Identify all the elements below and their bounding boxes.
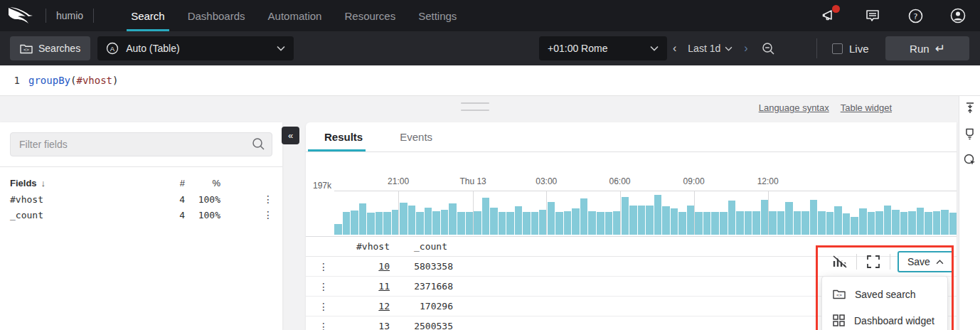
histogram-bar[interactable] (351, 211, 358, 235)
histogram-bar[interactable] (917, 208, 925, 235)
histogram-bar[interactable] (605, 212, 613, 235)
histogram-bar[interactable] (572, 208, 580, 235)
announcements-icon[interactable] (822, 8, 838, 23)
histogram-bar[interactable] (892, 210, 900, 235)
fullscreen-icon[interactable] (864, 252, 883, 271)
field-menu-kebab-icon[interactable]: ⋮ (263, 193, 273, 205)
searches-button[interactable]: <> Searches (10, 36, 90, 60)
save-button[interactable]: Save (898, 251, 954, 272)
histogram-bar[interactable] (654, 195, 662, 235)
histogram-bar[interactable] (703, 212, 711, 235)
histogram-bar[interactable] (359, 203, 367, 235)
histogram-bar[interactable] (810, 200, 818, 235)
histogram-bar[interactable] (728, 201, 736, 235)
table-widget-link[interactable]: Table widget (841, 102, 892, 113)
histogram-bar[interactable] (761, 200, 769, 235)
histogram-bar[interactable] (638, 206, 646, 235)
histogram-bar[interactable] (383, 212, 391, 235)
histogram-bar[interactable] (646, 206, 654, 235)
feedback-chat-icon[interactable] (865, 8, 880, 23)
event-histogram[interactable]: 197k 21:00Thu 1303:0006:0009:0012:00 (306, 152, 957, 237)
zoom-out-icon[interactable] (760, 39, 778, 58)
timezone-dropdown[interactable]: +01:00 Rome (539, 36, 667, 60)
collapse-vertical-icon[interactable] (964, 102, 976, 115)
histogram-bar[interactable] (671, 208, 678, 235)
help-icon[interactable]: ? (907, 8, 923, 23)
histogram-bar[interactable] (580, 198, 588, 235)
histogram-bar[interactable] (884, 206, 892, 235)
histogram-bar[interactable] (794, 211, 801, 235)
histogram-bar[interactable] (449, 203, 457, 235)
histogram-bar[interactable] (432, 211, 440, 235)
histogram-bar[interactable] (949, 213, 957, 235)
query-editor[interactable]: 1 groupBy(#vhost) (0, 65, 980, 96)
histogram-bar[interactable] (400, 203, 408, 235)
filter-fields-input[interactable] (10, 132, 272, 156)
histogram-bar[interactable] (925, 212, 932, 235)
histogram-bar[interactable] (662, 206, 670, 235)
histogram-bar[interactable] (597, 212, 604, 235)
histogram-bar[interactable] (376, 212, 383, 235)
field-row-count[interactable]: _count 4 100% ⋮ (0, 207, 282, 223)
tab-results[interactable]: Results (306, 122, 381, 152)
editor-resize-handle[interactable] (461, 102, 489, 111)
histogram-bar[interactable] (695, 212, 703, 235)
histogram-bar[interactable] (843, 213, 851, 235)
inspect-search-icon[interactable] (964, 153, 976, 166)
menu-item-dashboard-widget[interactable]: Dashboard widget (822, 307, 947, 330)
live-checkbox[interactable] (832, 43, 843, 54)
histogram-bar[interactable] (900, 212, 908, 235)
histogram-bar[interactable] (908, 211, 916, 235)
field-row-vhost[interactable]: #vhost 4 100% ⋮ (0, 191, 282, 207)
tab-events[interactable]: Events (381, 122, 451, 152)
histogram-bar[interactable] (720, 212, 728, 235)
histogram-bar[interactable] (769, 211, 777, 235)
nav-item-resources[interactable]: Resources (333, 0, 407, 31)
histogram-bar[interactable] (499, 212, 506, 235)
histogram-bar[interactable] (564, 211, 572, 235)
language-syntax-link[interactable]: Language syntax (759, 102, 829, 113)
histogram-bar[interactable] (859, 208, 867, 235)
histogram-bar[interactable] (818, 211, 826, 235)
histogram-bar[interactable] (555, 212, 563, 235)
vhost-value-link[interactable]: 10 (306, 261, 390, 272)
histogram-bar[interactable] (745, 211, 752, 235)
histogram-bar[interactable] (801, 211, 809, 235)
histogram-bar[interactable] (425, 208, 432, 235)
pin-query-icon[interactable] (964, 127, 976, 140)
histogram-bar[interactable] (367, 213, 375, 235)
histogram-bar[interactable] (343, 212, 351, 235)
view-mode-dropdown[interactable]: A Auto (Table) (97, 36, 294, 60)
histogram-bar[interactable] (416, 212, 424, 235)
histogram-bar[interactable] (875, 211, 883, 235)
histogram-bar[interactable] (515, 206, 523, 235)
histogram-bar[interactable] (826, 212, 834, 235)
histogram-bar[interactable] (785, 202, 793, 235)
histogram-bar[interactable] (334, 224, 342, 235)
fields-sort-header[interactable]: Fields ↓ (10, 178, 46, 188)
menu-item-saved-search[interactable]: <> Saved search (822, 281, 947, 307)
histogram-bar[interactable] (736, 211, 744, 235)
histogram-bar[interactable] (482, 198, 490, 235)
nav-item-search[interactable]: Search (119, 0, 176, 31)
histogram-bar[interactable] (441, 210, 449, 235)
histogram-bar[interactable] (933, 211, 941, 235)
collapse-fields-panel-button[interactable]: « (282, 127, 299, 144)
histogram-bar[interactable] (474, 211, 481, 235)
histogram-bar[interactable] (490, 208, 498, 235)
time-back-button[interactable]: ‹ (673, 42, 676, 55)
histogram-bar[interactable] (539, 210, 547, 235)
time-forward-button[interactable]: › (744, 42, 747, 55)
vhost-value-link[interactable]: 11 (306, 281, 390, 292)
histogram-bar[interactable] (457, 212, 465, 235)
histogram-bar[interactable] (711, 212, 719, 235)
account-avatar-icon[interactable] (950, 8, 966, 23)
histogram-bar[interactable] (752, 211, 760, 235)
histogram-bar[interactable] (777, 211, 785, 235)
histogram-bar[interactable] (629, 206, 637, 235)
histogram-bar[interactable] (941, 210, 949, 235)
nav-item-automation[interactable]: Automation (257, 0, 334, 31)
histogram-bar[interactable] (408, 206, 416, 235)
vhost-value-link[interactable]: 12 (306, 301, 390, 312)
hide-histogram-icon[interactable] (831, 252, 849, 271)
